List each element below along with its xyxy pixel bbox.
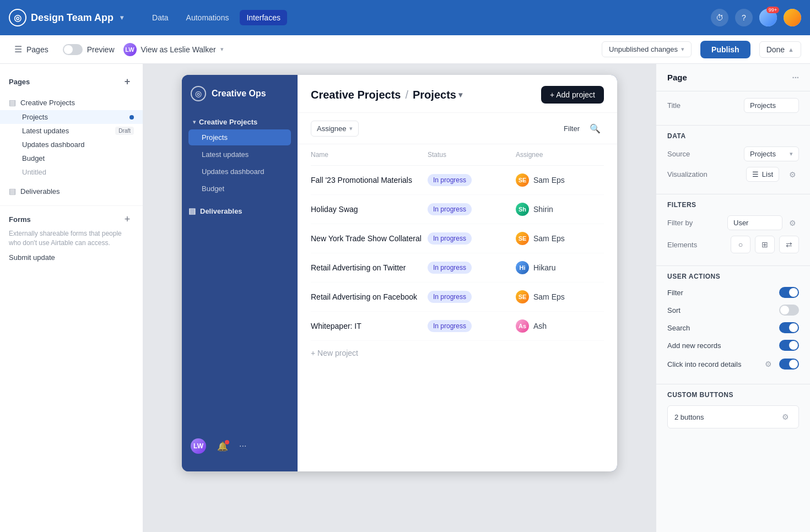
history-icon[interactable]: ⏱: [711, 9, 728, 26]
app-nav-item-projects[interactable]: Projects: [188, 129, 291, 145]
user-avatar-badge[interactable]: 99+: [759, 9, 777, 26]
panel-more-button[interactable]: ···: [792, 73, 799, 82]
table-row[interactable]: Fall '23 Promotional Materials In progre…: [311, 166, 604, 195]
nav-data[interactable]: Data: [145, 10, 175, 25]
assignee-name: Sam Eps: [533, 234, 565, 243]
left-sidebar: Pages + ▤ Creative Projects Projects Lat…: [0, 64, 143, 532]
table-row[interactable]: New York Trade Show Collateral In progre…: [311, 224, 604, 253]
app-nav-item-updates-dashboard[interactable]: Updates dashboard: [188, 164, 291, 180]
sort-toggle[interactable]: [779, 305, 799, 316]
view-as-selector[interactable]: LW View as Leslie Walker ▾: [123, 43, 224, 56]
sidebar-item-updates-dashboard[interactable]: Updates dashboard: [0, 138, 143, 151]
app-nav-section: ▾ Creative Projects Projects Latest upda…: [182, 115, 298, 198]
footer-more-button[interactable]: ···: [239, 441, 246, 451]
sidebar-item-latest-updates[interactable]: Latest updates Draft: [0, 124, 143, 138]
assignee-cell: SE Sam Eps: [516, 290, 604, 303]
filter-by-value-text: User: [733, 219, 748, 227]
app-nav-item-latest-updates[interactable]: Latest updates: [188, 146, 291, 162]
sidebar-item-budget[interactable]: Budget: [0, 151, 143, 165]
source-value[interactable]: Projects ▾: [744, 146, 799, 161]
filter-gear-button[interactable]: ⚙: [786, 216, 799, 230]
unpublished-changes-button[interactable]: Unpublished changes ▾: [602, 41, 692, 57]
custom-buttons-gear[interactable]: ⚙: [779, 410, 792, 424]
title-value-field[interactable]: Projects: [744, 98, 799, 113]
add-records-toggle[interactable]: [779, 340, 799, 351]
assignee-name: Sam Eps: [533, 176, 565, 184]
add-records-label: Add new records: [667, 341, 721, 350]
app-nav-deliverables[interactable]: ▤ Deliverables: [182, 202, 298, 220]
filter-button[interactable]: Filter: [564, 124, 580, 133]
element-btn-circle[interactable]: ○: [731, 236, 750, 253]
table-row[interactable]: Retail Advertising on Facebook In progre…: [311, 283, 604, 312]
publish-button[interactable]: Publish: [700, 41, 750, 58]
row-name: New York Trade Show Collateral: [311, 234, 428, 243]
row-name: Fall '23 Promotional Materials: [311, 176, 428, 184]
table-row[interactable]: Whitepaper: IT In progress As Ash: [311, 312, 604, 341]
sidebar-item-projects[interactable]: Projects: [0, 110, 143, 124]
done-button[interactable]: Done ▲: [759, 41, 801, 58]
record-details-label: Click into record details: [667, 360, 741, 368]
visualization-value[interactable]: ☰ List: [746, 167, 779, 182]
search-button[interactable]: 🔍: [586, 120, 604, 137]
elements-label: Elements: [667, 241, 697, 249]
second-avatar[interactable]: [784, 9, 801, 26]
filter-by-value[interactable]: User: [727, 215, 782, 230]
unpublished-chevron-icon: ▾: [681, 46, 684, 53]
assignee-cell: SE Sam Eps: [516, 232, 604, 245]
visualization-row: Visualization ☰ List ⚙: [667, 167, 799, 182]
element-btn-link[interactable]: ⇄: [779, 236, 799, 253]
app-logo[interactable]: ◎ Design Team App ▾: [9, 9, 123, 26]
visualization-label: Visualization: [667, 170, 708, 178]
table-row[interactable]: Holiday Swag In progress Sh Shirin: [311, 195, 604, 224]
table-row[interactable]: Retail Advertising on Twitter In progres…: [311, 253, 604, 283]
help-icon[interactable]: ?: [735, 9, 753, 26]
new-project-row[interactable]: + New project: [311, 341, 604, 365]
add-form-button[interactable]: +: [121, 213, 134, 226]
notification-badge: 99+: [766, 7, 779, 13]
app-nav-title: Creative Ops: [212, 89, 266, 99]
pages-section-title: Pages: [9, 78, 30, 86]
filter-toggle[interactable]: [779, 287, 799, 298]
footer-bell-button[interactable]: 🔔: [217, 441, 228, 452]
record-details-gear[interactable]: ⚙: [762, 357, 775, 371]
record-details-toggle[interactable]: [779, 359, 799, 370]
add-project-button[interactable]: + Add project: [541, 86, 604, 104]
assignee-name: Hikaru: [533, 263, 555, 272]
app-nav-group-creative-projects[interactable]: ▾ Creative Projects: [188, 115, 291, 129]
visualization-gear-button[interactable]: ⚙: [786, 168, 799, 181]
app-filters-bar: Assignee ▾ Filter 🔍: [298, 113, 617, 144]
creative-projects-group: ▤ Creative Projects Projects Latest upda…: [0, 95, 143, 179]
footer-user-avatar[interactable]: LW: [191, 438, 206, 454]
sidebar-item-untitled[interactable]: Untitled: [0, 165, 143, 179]
filter-action-label: Filter: [667, 289, 683, 297]
nav-automations[interactable]: Automations: [180, 10, 236, 25]
creative-projects-label: Creative Projects: [20, 99, 75, 107]
row-name: Retail Advertising on Facebook: [311, 292, 428, 301]
source-chevron-icon: ▾: [790, 150, 793, 158]
deliverables-group[interactable]: ▤ Deliverables: [0, 183, 143, 199]
breadcrumb-main: Creative Projects: [311, 89, 401, 101]
nav-interfaces[interactable]: Interfaces: [240, 10, 287, 25]
filter-by-label: Filter by: [667, 219, 693, 227]
panel-title-section: Title Projects: [656, 91, 810, 125]
user-actions-section: User Actions Filter Sort Search Add new …: [656, 265, 810, 384]
custom-buttons-value[interactable]: 2 buttons ⚙: [667, 405, 799, 428]
add-page-button[interactable]: +: [121, 75, 134, 88]
search-action-row: Search: [667, 322, 799, 333]
submit-update-link[interactable]: Submit update: [9, 253, 134, 262]
element-btn-grid[interactable]: ⊞: [755, 236, 775, 253]
custom-buttons-section: Custom buttons 2 buttons ⚙: [656, 384, 810, 435]
status-badge: In progress: [428, 291, 472, 303]
done-label: Done: [766, 45, 785, 54]
app-nav-header: ◎ Creative Ops: [182, 86, 298, 115]
pages-menu-button[interactable]: ☰ Pages: [9, 41, 54, 58]
assignee-name: Shirin: [533, 205, 553, 214]
assignee-filter[interactable]: Assignee ▾: [311, 121, 359, 137]
app-nav-item-budget[interactable]: Budget: [188, 181, 291, 197]
creative-projects-group-header[interactable]: ▤ Creative Projects: [0, 95, 143, 110]
breadcrumb-sub-dropdown[interactable]: Projects ▾: [413, 89, 462, 101]
content-area: ◎ Creative Ops ▾ Creative Projects Proje…: [143, 64, 656, 532]
preview-switch[interactable]: [63, 44, 83, 55]
panel-header: Page ···: [656, 64, 810, 91]
search-toggle[interactable]: [779, 322, 799, 333]
